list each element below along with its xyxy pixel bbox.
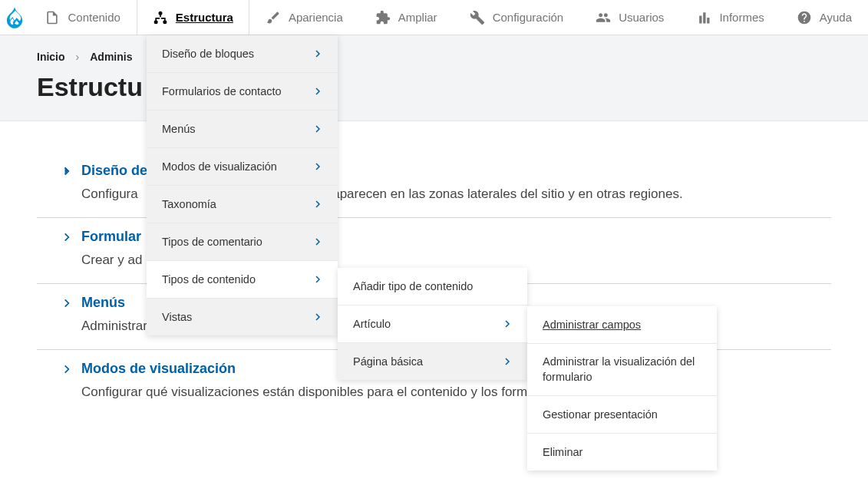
list-item-title[interactable]: Modos de visualización bbox=[81, 361, 236, 377]
breadcrumb-item[interactable]: Adminis bbox=[90, 51, 132, 63]
paintbrush-icon bbox=[266, 10, 281, 25]
page-header: Inicio › Adminis Estructu bbox=[0, 35, 868, 121]
toolbar-label: Configuración bbox=[493, 11, 564, 24]
chevron-right-icon bbox=[313, 275, 322, 284]
puzzle-icon bbox=[375, 10, 391, 25]
dropdown-item-basic-page[interactable]: Página básica bbox=[338, 343, 527, 380]
chevron-right-icon bbox=[503, 357, 512, 366]
dropdown-article-actions: Administrar campos Administrar la visual… bbox=[527, 306, 717, 471]
dropdown-item-add-content-type[interactable]: Añadir tipo de contenido bbox=[338, 268, 527, 305]
toolbar-label: Ampliar bbox=[398, 11, 437, 24]
toolbar-item-ayuda[interactable]: Ayuda bbox=[781, 0, 868, 35]
wrench-icon bbox=[470, 10, 485, 25]
dropdown-content-types: Añadir tipo de contenido Artículo Página… bbox=[338, 268, 527, 380]
chevron-right-icon bbox=[313, 124, 322, 134]
help-icon bbox=[797, 10, 812, 25]
bar-chart-icon bbox=[696, 10, 711, 25]
toolbar-label: Usuarios bbox=[619, 11, 664, 24]
chevron-right-icon bbox=[313, 49, 322, 58]
list-item-title[interactable]: Diseño de bbox=[81, 163, 147, 179]
dropdown-item-menus[interactable]: Menús bbox=[147, 111, 338, 148]
toolbar-label: Estructura bbox=[176, 11, 233, 24]
toolbar-item-ampliar[interactable]: Ampliar bbox=[359, 0, 454, 35]
admin-toolbar: Contenido Estructura Apariencia Ampliar … bbox=[0, 0, 868, 35]
chevron-right-icon bbox=[61, 166, 72, 177]
toolbar-item-apariencia[interactable]: Apariencia bbox=[249, 0, 359, 35]
chevron-right-icon bbox=[313, 312, 322, 322]
dropdown-item-taxonomy[interactable]: Taxonomía bbox=[147, 186, 338, 223]
list-item-title[interactable]: Menús bbox=[81, 295, 125, 311]
toolbar-label: Informes bbox=[719, 11, 764, 24]
dropdown-item-comment-types[interactable]: Tipos de comentario bbox=[147, 223, 338, 261]
dropdown-item-article[interactable]: Artículo bbox=[338, 305, 527, 343]
dropdown-structure: Diseño de bloques Formularios de contact… bbox=[147, 35, 338, 335]
chevron-right-icon bbox=[313, 237, 322, 246]
chevron-right-icon: › bbox=[76, 51, 80, 63]
dropdown-item-manage-display[interactable]: Gestionar presentación bbox=[527, 396, 717, 434]
chevron-right-icon bbox=[313, 200, 322, 209]
toolbar-label: Apariencia bbox=[289, 11, 343, 24]
toolbar-item-informes[interactable]: Informes bbox=[680, 0, 780, 35]
hierarchy-icon bbox=[153, 10, 168, 25]
dropdown-item-display-modes[interactable]: Modos de visualización bbox=[147, 148, 338, 186]
chevron-right-icon bbox=[61, 364, 72, 375]
breadcrumb-item[interactable]: Inicio bbox=[37, 51, 65, 63]
dropdown-item-delete[interactable]: Eliminar bbox=[527, 434, 717, 471]
file-icon bbox=[45, 10, 60, 25]
chevron-right-icon bbox=[503, 319, 512, 329]
toolbar-item-estructura[interactable]: Estructura bbox=[137, 0, 249, 35]
dropdown-item-manage-fields[interactable]: Administrar campos bbox=[527, 306, 717, 344]
dropdown-item-block-layout[interactable]: Diseño de bloques bbox=[147, 35, 338, 73]
toolbar-label: Contenido bbox=[68, 11, 120, 24]
chevron-right-icon bbox=[61, 298, 72, 309]
chevron-right-icon bbox=[313, 162, 322, 171]
chevron-right-icon bbox=[313, 87, 322, 96]
dropdown-item-views[interactable]: Vistas bbox=[147, 299, 338, 335]
dropdown-item-contact-forms[interactable]: Formularios de contacto bbox=[147, 73, 338, 111]
chevron-right-icon bbox=[61, 232, 72, 243]
people-icon bbox=[596, 10, 611, 25]
list-item-title[interactable]: Formular bbox=[81, 229, 141, 245]
dropdown-item-content-types[interactable]: Tipos de contenido bbox=[147, 261, 338, 299]
toolbar-item-contenido[interactable]: Contenido bbox=[28, 0, 136, 35]
dropdown-item-manage-form-display[interactable]: Administrar la visualización del formula… bbox=[527, 344, 717, 396]
drupal-logo[interactable] bbox=[0, 0, 28, 35]
toolbar-item-configuracion[interactable]: Configuración bbox=[454, 0, 580, 35]
toolbar-label: Ayuda bbox=[820, 11, 852, 24]
toolbar-item-usuarios[interactable]: Usuarios bbox=[579, 0, 680, 35]
drupal-icon bbox=[6, 7, 23, 28]
